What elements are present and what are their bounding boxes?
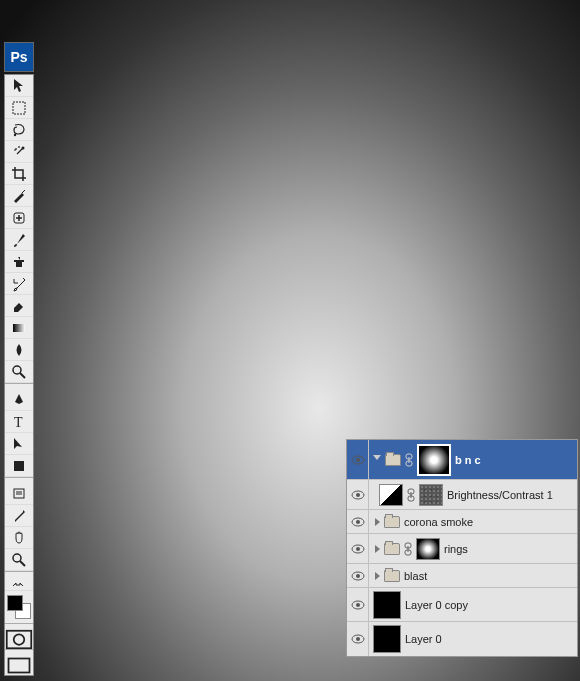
visibility-toggle[interactable] — [347, 622, 369, 656]
layer-name: Brightness/Contrast 1 — [447, 489, 553, 501]
eraser-tool[interactable] — [5, 295, 33, 317]
link-icon — [404, 542, 412, 556]
eyedropper-tool[interactable] — [5, 505, 33, 527]
svg-point-24 — [356, 547, 360, 551]
visibility-toggle[interactable] — [347, 480, 369, 509]
link-icon — [405, 453, 413, 467]
expand-arrow-icon[interactable] — [375, 572, 380, 580]
svg-point-22 — [356, 520, 360, 524]
eye-icon — [351, 490, 365, 500]
app-logo-text: Ps — [10, 49, 27, 65]
visibility-toggle[interactable] — [347, 440, 369, 479]
svg-point-5 — [13, 366, 21, 374]
layer-name: rings — [444, 543, 468, 555]
eye-icon — [351, 571, 365, 581]
type-tool[interactable]: T — [5, 411, 33, 433]
gradient-tool[interactable] — [5, 317, 33, 339]
layer-layer0[interactable]: Layer 0 — [347, 622, 577, 656]
layer-group-rings[interactable]: rings — [347, 534, 577, 564]
layer-group-corona-smoke[interactable]: corona smoke — [347, 510, 577, 534]
expand-arrow-icon[interactable] — [375, 545, 380, 553]
svg-point-14 — [356, 458, 360, 462]
toolbox: T — [4, 74, 34, 676]
layer-name: Layer 0 copy — [405, 599, 468, 611]
layer-name: Layer 0 — [405, 633, 442, 645]
layer-name: b n c — [455, 454, 481, 466]
expand-arrow-icon[interactable] — [373, 455, 381, 464]
marquee-tool[interactable] — [5, 97, 33, 119]
slice-tool[interactable] — [5, 185, 33, 207]
layer-layer0copy[interactable]: Layer 0 copy — [347, 588, 577, 622]
svg-point-1 — [14, 133, 16, 135]
crop-tool[interactable] — [5, 163, 33, 185]
visibility-toggle[interactable] — [347, 534, 369, 563]
layers-panel: b n c Brightness/Contrast 1 corona smoke — [346, 439, 578, 657]
svg-point-11 — [14, 634, 25, 645]
layer-thumbnail[interactable] — [373, 625, 401, 653]
pen-tool[interactable] — [5, 389, 33, 411]
svg-rect-12 — [9, 658, 30, 672]
lasso-tool[interactable] — [5, 119, 33, 141]
eye-icon — [351, 455, 365, 465]
svg-point-30 — [356, 603, 360, 607]
layer-thumbnail[interactable] — [373, 591, 401, 619]
eye-icon — [351, 600, 365, 610]
mask-thumbnail[interactable] — [417, 444, 451, 476]
zoom-tool[interactable] — [5, 549, 33, 571]
screen-mode-toggle[interactable] — [5, 655, 33, 675]
eye-icon — [351, 544, 365, 554]
layer-group-bnc[interactable]: b n c — [347, 440, 577, 480]
svg-point-18 — [356, 493, 360, 497]
svg-point-9 — [13, 554, 21, 562]
healing-brush-tool[interactable] — [5, 207, 33, 229]
visibility-toggle[interactable] — [347, 588, 369, 621]
hand-tool[interactable] — [5, 527, 33, 549]
svg-rect-7 — [14, 461, 24, 471]
folder-icon — [384, 543, 400, 555]
svg-point-32 — [356, 637, 360, 641]
history-brush-tool[interactable] — [5, 273, 33, 295]
magic-wand-tool[interactable] — [5, 141, 33, 163]
expand-arrow-icon[interactable] — [375, 518, 380, 526]
mask-thumbnail[interactable] — [419, 484, 443, 506]
svg-text:T: T — [14, 415, 23, 430]
brush-tool[interactable] — [5, 229, 33, 251]
swap-default-colors[interactable] — [5, 577, 33, 591]
clone-stamp-tool[interactable] — [5, 251, 33, 273]
link-icon — [407, 488, 415, 502]
move-tool[interactable] — [5, 75, 33, 97]
eye-icon — [351, 517, 365, 527]
layer-name: corona smoke — [404, 516, 473, 528]
layer-adjustment-brightness[interactable]: Brightness/Contrast 1 — [347, 480, 577, 510]
color-swatches[interactable] — [5, 593, 33, 623]
folder-icon — [384, 516, 400, 528]
notes-tool[interactable] — [5, 483, 33, 505]
eye-icon — [351, 634, 365, 644]
foreground-color[interactable] — [7, 595, 23, 611]
app-logo: Ps — [4, 42, 34, 72]
layer-group-blast[interactable]: blast — [347, 564, 577, 588]
layer-name: blast — [404, 570, 427, 582]
adjustment-thumbnail[interactable] — [379, 484, 403, 506]
svg-point-2 — [22, 146, 25, 149]
shape-tool[interactable] — [5, 455, 33, 477]
dodge-tool[interactable] — [5, 361, 33, 383]
svg-rect-0 — [13, 102, 25, 114]
path-selection-tool[interactable] — [5, 433, 33, 455]
blur-tool[interactable] — [5, 339, 33, 361]
folder-icon — [385, 454, 401, 466]
visibility-toggle[interactable] — [347, 564, 369, 587]
mask-thumbnail[interactable] — [416, 538, 440, 560]
quick-mask-toggle[interactable] — [5, 629, 33, 649]
svg-point-28 — [356, 574, 360, 578]
svg-rect-4 — [13, 324, 25, 332]
folder-icon — [384, 570, 400, 582]
visibility-toggle[interactable] — [347, 510, 369, 533]
